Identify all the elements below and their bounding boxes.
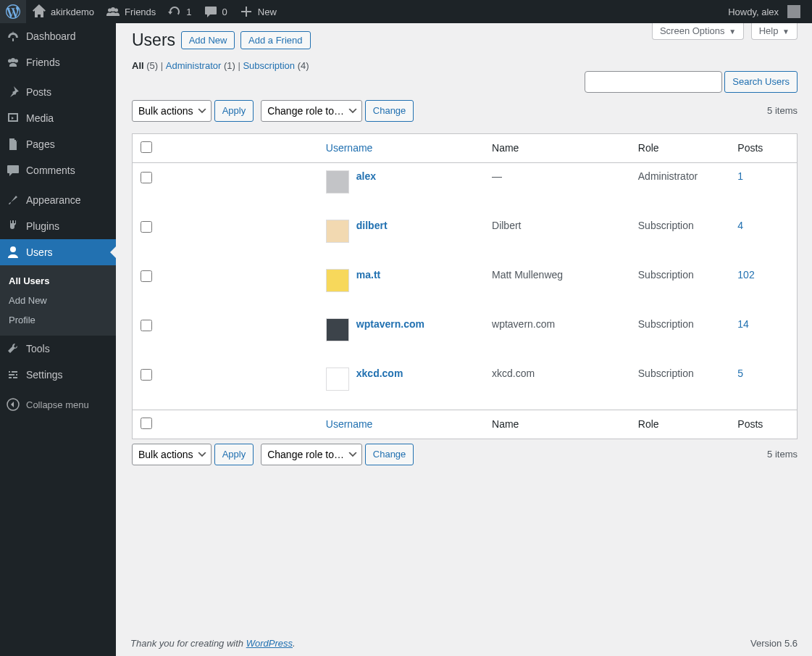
- users-table: Username Name Role Posts alex — Administ…: [132, 133, 798, 439]
- posts-link[interactable]: 1: [737, 170, 743, 182]
- select-all-checkbox[interactable]: [141, 418, 152, 429]
- page-title: Users: [132, 23, 175, 54]
- comments-link[interactable]: 0: [198, 0, 233, 23]
- friends-icon: [106, 4, 120, 19]
- menu-appearance[interactable]: Appearance: [0, 187, 116, 213]
- brush-icon: [6, 193, 20, 207]
- wp-logo[interactable]: [0, 0, 26, 23]
- menu-pages[interactable]: Pages: [0, 131, 116, 157]
- posts-link[interactable]: 5: [737, 368, 743, 379]
- posts-link[interactable]: 102: [737, 269, 754, 281]
- friends-icon: [6, 55, 20, 70]
- apply-button[interactable]: Apply: [214, 100, 254, 122]
- menu-label: Friends: [26, 57, 60, 68]
- menu-users[interactable]: Users: [0, 239, 116, 265]
- new-label: New: [258, 7, 277, 17]
- add-new-button[interactable]: Add New: [181, 31, 235, 49]
- bulk-action-select[interactable]: Bulk actions: [132, 444, 212, 465]
- view-filters: All (5) | Administrator (1) | Subscripti…: [132, 60, 798, 71]
- items-count: 5 items: [767, 444, 798, 465]
- name-cell: —: [485, 163, 631, 212]
- pin-icon: [6, 85, 20, 99]
- change-role-select[interactable]: Change role to…: [261, 444, 362, 465]
- menu-comments[interactable]: Comments: [0, 157, 116, 183]
- menu-label: Tools: [26, 343, 50, 354]
- new-link[interactable]: New: [233, 0, 282, 23]
- chevron-down-icon: ▼: [782, 28, 790, 36]
- col-role: Role: [631, 410, 731, 439]
- role-cell: Subscription: [631, 311, 731, 360]
- submenu-add-new[interactable]: Add New: [0, 291, 116, 310]
- menu-label: Plugins: [26, 220, 59, 232]
- username-link[interactable]: dilbert: [356, 220, 388, 231]
- avatar-icon: [787, 5, 800, 18]
- collapse-icon: [6, 397, 20, 412]
- change-button[interactable]: Change: [365, 444, 414, 465]
- username-link[interactable]: ma.tt: [356, 269, 380, 281]
- menu-label: Collapse menu: [26, 399, 89, 410]
- col-posts: Posts: [730, 410, 797, 439]
- bulk-action-select[interactable]: Bulk actions: [132, 100, 212, 122]
- menu-plugins[interactable]: Plugins: [0, 213, 116, 239]
- friends-label: Friends: [125, 7, 156, 17]
- role-cell: Subscription: [631, 212, 731, 262]
- filter-administrator[interactable]: Administrator: [166, 60, 222, 71]
- comments-count: 0: [222, 7, 227, 17]
- posts-link[interactable]: 14: [737, 318, 749, 330]
- menu-settings[interactable]: Settings: [0, 362, 116, 388]
- username-link[interactable]: alex: [356, 170, 376, 182]
- filter-all[interactable]: All: [132, 60, 144, 71]
- comment-icon: [204, 4, 218, 19]
- collapse-menu[interactable]: Collapse menu: [0, 391, 116, 418]
- col-username[interactable]: Username: [326, 142, 373, 154]
- col-username[interactable]: Username: [326, 418, 373, 430]
- menu-tools[interactable]: Tools: [0, 336, 116, 362]
- menu-label: Media: [26, 112, 54, 124]
- menu-dashboard[interactable]: Dashboard: [0, 23, 116, 49]
- change-button[interactable]: Change: [365, 100, 414, 122]
- avatar: [326, 368, 349, 391]
- apply-button[interactable]: Apply: [214, 444, 254, 465]
- change-role-select[interactable]: Change role to…: [261, 100, 362, 122]
- submenu-profile[interactable]: Profile: [0, 310, 116, 330]
- menu-label: Appearance: [26, 194, 81, 206]
- menu-posts[interactable]: Posts: [0, 79, 116, 105]
- help-button[interactable]: Help ▼: [751, 23, 798, 40]
- row-checkbox[interactable]: [141, 221, 152, 233]
- menu-friends[interactable]: Friends: [0, 49, 116, 75]
- add-friend-button[interactable]: Add a Friend: [240, 31, 310, 49]
- account-link[interactable]: Howdy, alex: [722, 0, 806, 23]
- user-search-input[interactable]: [585, 71, 722, 93]
- role-cell: Subscription: [631, 360, 731, 410]
- menu-label: Pages: [26, 138, 55, 150]
- menu-label: Posts: [26, 86, 51, 98]
- filter-subscription[interactable]: Subscription: [243, 60, 295, 71]
- name-cell: xkcd.com: [485, 360, 631, 410]
- row-checkbox[interactable]: [141, 320, 152, 331]
- plugin-icon: [6, 219, 20, 233]
- posts-link[interactable]: 4: [737, 220, 743, 231]
- screen-options-button[interactable]: Screen Options ▼: [652, 23, 744, 40]
- screen-options-label: Screen Options: [660, 25, 725, 36]
- site-name-link[interactable]: akirkdemo: [26, 0, 100, 23]
- menu-label: Dashboard: [26, 30, 76, 42]
- refresh-link[interactable]: 1: [162, 0, 197, 23]
- submenu-users: All Users Add New Profile: [0, 265, 116, 336]
- menu-media[interactable]: Media: [0, 105, 116, 131]
- table-row: alex — Administrator 1: [133, 163, 797, 212]
- row-checkbox[interactable]: [141, 172, 152, 183]
- search-users-button[interactable]: Search Users: [724, 71, 798, 93]
- avatar: [326, 170, 349, 194]
- table-row: wptavern.com wptavern.com Subscription 1…: [133, 311, 797, 360]
- username-link[interactable]: xkcd.com: [356, 368, 403, 379]
- select-all-checkbox[interactable]: [141, 141, 152, 153]
- chevron-down-icon: ▼: [729, 28, 736, 36]
- items-count: 5 items: [767, 100, 798, 122]
- row-checkbox[interactable]: [141, 369, 152, 381]
- friends-link[interactable]: Friends: [100, 0, 162, 23]
- pages-icon: [6, 137, 20, 151]
- submenu-all-users[interactable]: All Users: [0, 271, 116, 291]
- username-link[interactable]: wptavern.com: [356, 318, 424, 330]
- menu-label: Settings: [26, 369, 63, 381]
- row-checkbox[interactable]: [141, 270, 152, 282]
